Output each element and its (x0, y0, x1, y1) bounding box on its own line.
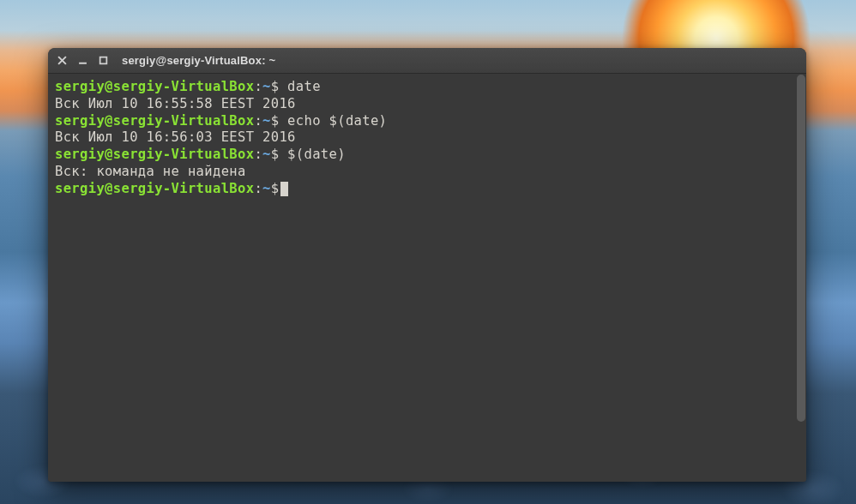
prompt-user-host: sergiy@sergiy-VirtualBox (55, 113, 254, 129)
terminal-line: sergiy@sergiy-VirtualBox:~$ echo $(date) (55, 113, 799, 130)
prompt-path: ~ (262, 113, 271, 129)
output-line: Вск Июл 10 16:55:58 EEST 2016 (55, 96, 799, 113)
prompt-separator: : (254, 147, 262, 162)
command-text: $(date) (279, 147, 345, 162)
maximize-icon (99, 56, 108, 65)
prompt-symbol: $ (271, 113, 280, 129)
terminal-line: sergiy@sergiy-VirtualBox:~$ date (55, 79, 799, 96)
scrollbar-thumb[interactable] (797, 75, 805, 422)
prompt-symbol: $ (271, 79, 280, 94)
command-text: date (279, 79, 320, 94)
terminal-line: sergiy@sergiy-VirtualBox:~$ (55, 181, 799, 198)
window-controls (57, 56, 108, 66)
terminal-line: sergiy@sergiy-VirtualBox:~$ $(date) (55, 147, 799, 164)
cursor (280, 182, 288, 196)
prompt-user-host: sergiy@sergiy-VirtualBox (55, 181, 254, 196)
command-text: echo $(date) (279, 113, 387, 129)
prompt-path: ~ (262, 79, 271, 94)
prompt-user-host: sergiy@sergiy-VirtualBox (55, 147, 254, 162)
minimize-icon (78, 56, 87, 65)
prompt-symbol: $ (271, 147, 280, 162)
minimize-button[interactable] (77, 56, 87, 66)
terminal-window: sergiy@sergiy-VirtualBox: ~ sergiy@sergi… (48, 48, 806, 482)
prompt-separator: : (254, 181, 262, 196)
window-title: sergiy@sergiy-VirtualBox: ~ (122, 54, 275, 67)
close-icon (57, 56, 67, 65)
prompt-symbol: $ (271, 181, 280, 196)
close-button[interactable] (57, 56, 67, 66)
prompt-path: ~ (262, 181, 271, 196)
prompt-user-host: sergiy@sergiy-VirtualBox (55, 79, 254, 94)
scrollbar-track[interactable] (796, 74, 806, 482)
titlebar[interactable]: sergiy@sergiy-VirtualBox: ~ (48, 48, 806, 74)
terminal-body[interactable]: sergiy@sergiy-VirtualBox:~$ dateВск Июл … (48, 74, 806, 482)
maximize-button[interactable] (98, 56, 108, 66)
prompt-path: ~ (262, 147, 271, 162)
output-line: Вск Июл 10 16:56:03 EEST 2016 (55, 129, 799, 147)
prompt-separator: : (254, 113, 262, 129)
svg-rect-3 (99, 57, 106, 64)
prompt-separator: : (254, 79, 262, 94)
output-line: Вск: команда не найдена (55, 164, 799, 181)
